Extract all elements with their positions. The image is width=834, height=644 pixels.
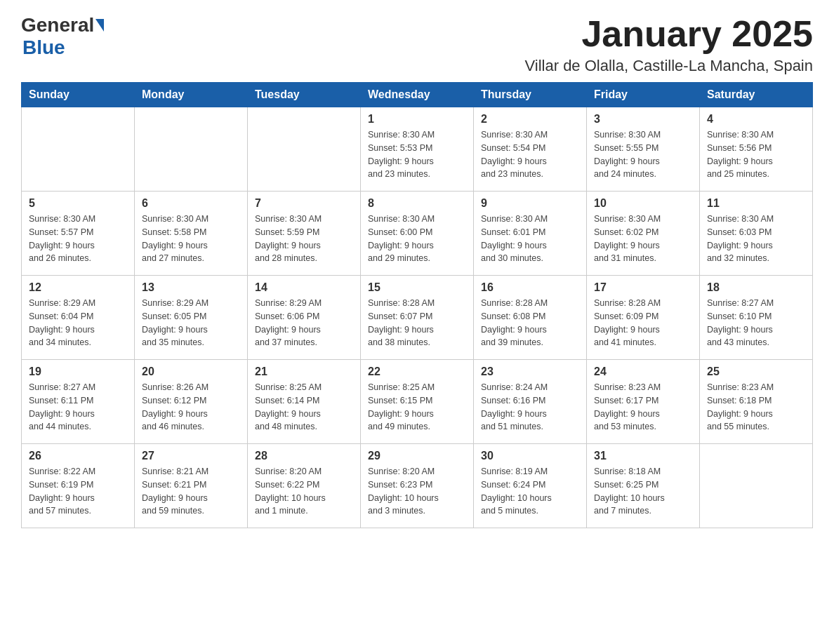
day-info: Sunrise: 8:30 AM Sunset: 6:02 PM Dayligh… — [594, 213, 692, 265]
day-info: Sunrise: 8:30 AM Sunset: 5:59 PM Dayligh… — [255, 213, 353, 265]
title-area: January 2025 Villar de Olalla, Castille-… — [525, 14, 813, 75]
day-info: Sunrise: 8:30 AM Sunset: 5:55 PM Dayligh… — [594, 128, 692, 181]
day-number: 5 — [29, 197, 127, 210]
calendar-cell: 2Sunrise: 8:30 AM Sunset: 5:54 PM Daylig… — [474, 107, 587, 192]
day-info: Sunrise: 8:19 AM Sunset: 6:24 PM Dayligh… — [481, 465, 579, 518]
day-info: Sunrise: 8:28 AM Sunset: 6:07 PM Dayligh… — [368, 297, 466, 349]
weekday-header-saturday: Saturday — [700, 83, 813, 107]
day-number: 7 — [255, 197, 353, 210]
day-info: Sunrise: 8:30 AM Sunset: 5:54 PM Dayligh… — [481, 128, 579, 181]
day-info: Sunrise: 8:30 AM Sunset: 6:01 PM Dayligh… — [481, 213, 579, 265]
calendar-week-row: 1Sunrise: 8:30 AM Sunset: 5:53 PM Daylig… — [22, 107, 813, 192]
calendar-cell: 8Sunrise: 8:30 AM Sunset: 6:00 PM Daylig… — [361, 192, 474, 276]
day-number: 23 — [481, 365, 579, 378]
calendar-cell — [135, 107, 248, 192]
calendar-week-row: 12Sunrise: 8:29 AM Sunset: 6:04 PM Dayli… — [22, 276, 813, 360]
day-info: Sunrise: 8:30 AM Sunset: 5:57 PM Dayligh… — [29, 213, 127, 265]
day-info: Sunrise: 8:30 AM Sunset: 6:03 PM Dayligh… — [707, 213, 805, 265]
weekday-header-sunday: Sunday — [22, 83, 135, 107]
weekday-header-monday: Monday — [135, 83, 248, 107]
day-number: 19 — [29, 365, 127, 378]
calendar-cell: 14Sunrise: 8:29 AM Sunset: 6:06 PM Dayli… — [248, 276, 361, 360]
day-info: Sunrise: 8:25 AM Sunset: 6:15 PM Dayligh… — [368, 381, 466, 434]
calendar-cell: 19Sunrise: 8:27 AM Sunset: 6:11 PM Dayli… — [22, 360, 135, 444]
day-number: 16 — [481, 281, 579, 294]
weekday-header-friday: Friday — [587, 83, 700, 107]
calendar-cell: 23Sunrise: 8:24 AM Sunset: 6:16 PM Dayli… — [474, 360, 587, 444]
day-info: Sunrise: 8:27 AM Sunset: 6:11 PM Dayligh… — [29, 381, 127, 434]
calendar-cell: 30Sunrise: 8:19 AM Sunset: 6:24 PM Dayli… — [474, 444, 587, 528]
calendar-header-row: SundayMondayTuesdayWednesdayThursdayFrid… — [22, 83, 813, 107]
day-number: 13 — [142, 281, 240, 294]
day-number: 21 — [255, 365, 353, 378]
day-info: Sunrise: 8:23 AM Sunset: 6:17 PM Dayligh… — [594, 381, 692, 434]
day-number: 18 — [707, 281, 805, 294]
day-info: Sunrise: 8:23 AM Sunset: 6:18 PM Dayligh… — [707, 381, 805, 434]
day-number: 31 — [594, 450, 692, 462]
day-number: 25 — [707, 365, 805, 378]
calendar-cell: 25Sunrise: 8:23 AM Sunset: 6:18 PM Dayli… — [700, 360, 813, 444]
calendar-cell: 21Sunrise: 8:25 AM Sunset: 6:14 PM Dayli… — [248, 360, 361, 444]
logo-blue-text: Blue — [22, 36, 65, 58]
day-info: Sunrise: 8:21 AM Sunset: 6:21 PM Dayligh… — [142, 465, 240, 518]
logo-arrow-icon — [95, 19, 104, 32]
calendar-cell: 31Sunrise: 8:18 AM Sunset: 6:25 PM Dayli… — [587, 444, 700, 528]
calendar-cell: 4Sunrise: 8:30 AM Sunset: 5:56 PM Daylig… — [700, 107, 813, 192]
calendar-cell: 10Sunrise: 8:30 AM Sunset: 6:02 PM Dayli… — [587, 192, 700, 276]
calendar-cell: 22Sunrise: 8:25 AM Sunset: 6:15 PM Dayli… — [361, 360, 474, 444]
logo-general-text: General — [21, 14, 94, 36]
calendar-table: SundayMondayTuesdayWednesdayThursdayFrid… — [21, 82, 813, 528]
calendar-cell: 20Sunrise: 8:26 AM Sunset: 6:12 PM Dayli… — [135, 360, 248, 444]
calendar-cell: 3Sunrise: 8:30 AM Sunset: 5:55 PM Daylig… — [587, 107, 700, 192]
day-number: 27 — [142, 450, 240, 462]
day-number: 26 — [29, 450, 127, 462]
day-info: Sunrise: 8:30 AM Sunset: 5:56 PM Dayligh… — [707, 128, 805, 181]
day-info: Sunrise: 8:20 AM Sunset: 6:23 PM Dayligh… — [368, 465, 466, 518]
day-number: 20 — [142, 365, 240, 378]
calendar-cell: 15Sunrise: 8:28 AM Sunset: 6:07 PM Dayli… — [361, 276, 474, 360]
calendar-cell: 29Sunrise: 8:20 AM Sunset: 6:23 PM Dayli… — [361, 444, 474, 528]
location-subtitle: Villar de Olalla, Castille-La Mancha, Sp… — [525, 57, 813, 75]
day-info: Sunrise: 8:29 AM Sunset: 6:05 PM Dayligh… — [142, 297, 240, 349]
day-number: 14 — [255, 281, 353, 294]
calendar-cell: 5Sunrise: 8:30 AM Sunset: 5:57 PM Daylig… — [22, 192, 135, 276]
calendar-week-row: 5Sunrise: 8:30 AM Sunset: 5:57 PM Daylig… — [22, 192, 813, 276]
day-number: 30 — [481, 450, 579, 462]
day-number: 22 — [368, 365, 466, 378]
day-number: 17 — [594, 281, 692, 294]
weekday-header-wednesday: Wednesday — [361, 83, 474, 107]
calendar-cell: 1Sunrise: 8:30 AM Sunset: 5:53 PM Daylig… — [361, 107, 474, 192]
calendar-cell: 12Sunrise: 8:29 AM Sunset: 6:04 PM Dayli… — [22, 276, 135, 360]
day-number: 6 — [142, 197, 240, 210]
calendar-cell: 26Sunrise: 8:22 AM Sunset: 6:19 PM Dayli… — [22, 444, 135, 528]
calendar-week-row: 26Sunrise: 8:22 AM Sunset: 6:19 PM Dayli… — [22, 444, 813, 528]
day-info: Sunrise: 8:18 AM Sunset: 6:25 PM Dayligh… — [594, 465, 692, 518]
day-info: Sunrise: 8:28 AM Sunset: 6:09 PM Dayligh… — [594, 297, 692, 349]
calendar-cell: 6Sunrise: 8:30 AM Sunset: 5:58 PM Daylig… — [135, 192, 248, 276]
weekday-header-tuesday: Tuesday — [248, 83, 361, 107]
calendar-cell: 16Sunrise: 8:28 AM Sunset: 6:08 PM Dayli… — [474, 276, 587, 360]
day-info: Sunrise: 8:24 AM Sunset: 6:16 PM Dayligh… — [481, 381, 579, 434]
calendar-cell: 13Sunrise: 8:29 AM Sunset: 6:05 PM Dayli… — [135, 276, 248, 360]
calendar-cell: 7Sunrise: 8:30 AM Sunset: 5:59 PM Daylig… — [248, 192, 361, 276]
day-number: 10 — [594, 197, 692, 210]
calendar-cell: 28Sunrise: 8:20 AM Sunset: 6:22 PM Dayli… — [248, 444, 361, 528]
day-number: 3 — [594, 113, 692, 126]
day-info: Sunrise: 8:27 AM Sunset: 6:10 PM Dayligh… — [707, 297, 805, 349]
day-number: 29 — [368, 450, 466, 462]
calendar-cell — [248, 107, 361, 192]
day-info: Sunrise: 8:30 AM Sunset: 6:00 PM Dayligh… — [368, 213, 466, 265]
calendar-cell — [22, 107, 135, 192]
day-number: 24 — [594, 365, 692, 378]
calendar-week-row: 19Sunrise: 8:27 AM Sunset: 6:11 PM Dayli… — [22, 360, 813, 444]
day-info: Sunrise: 8:22 AM Sunset: 6:19 PM Dayligh… — [29, 465, 127, 518]
day-info: Sunrise: 8:20 AM Sunset: 6:22 PM Dayligh… — [255, 465, 353, 518]
day-number: 1 — [368, 113, 466, 126]
day-info: Sunrise: 8:30 AM Sunset: 5:53 PM Dayligh… — [368, 128, 466, 181]
day-number: 9 — [481, 197, 579, 210]
calendar-cell — [700, 444, 813, 528]
day-info: Sunrise: 8:28 AM Sunset: 6:08 PM Dayligh… — [481, 297, 579, 349]
day-number: 4 — [707, 113, 805, 126]
calendar-cell: 24Sunrise: 8:23 AM Sunset: 6:17 PM Dayli… — [587, 360, 700, 444]
day-info: Sunrise: 8:29 AM Sunset: 6:04 PM Dayligh… — [29, 297, 127, 349]
